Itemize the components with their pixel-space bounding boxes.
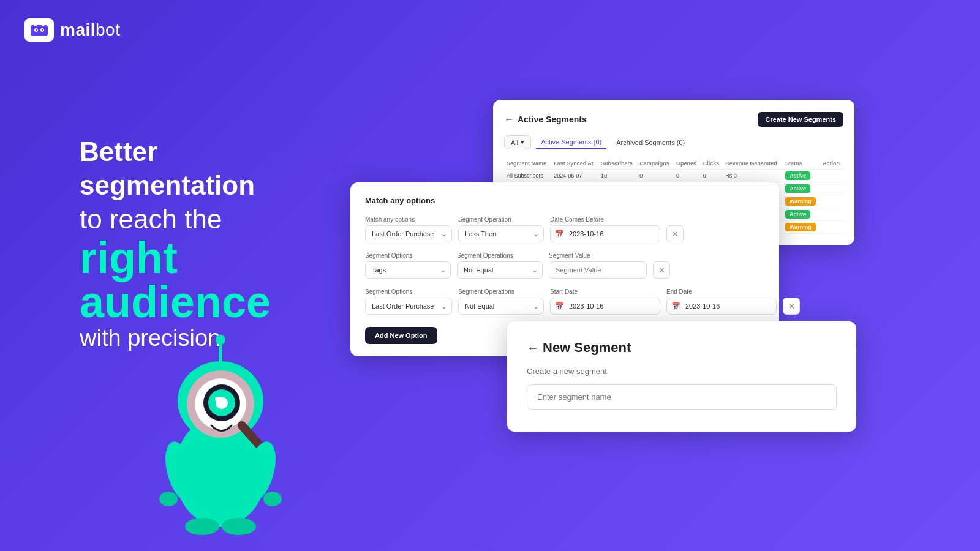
col-last-synced: Last Synced At bbox=[551, 158, 598, 170]
cell-synced: 2024-06-07 bbox=[551, 170, 598, 182]
back-arrow-icon[interactable]: ← bbox=[504, 114, 514, 125]
filter-row-1: Match any options Last Order Purchase Se… bbox=[365, 216, 764, 242]
status-badge: Warning bbox=[785, 223, 816, 231]
segments-tabs-row: All ▾ Active Segments (0) Archived Segme… bbox=[504, 135, 843, 149]
filter-group-seg-options-2: Segment Options Tags bbox=[365, 252, 451, 279]
cell-campaigns: 0 bbox=[637, 170, 674, 182]
date-before-input[interactable] bbox=[550, 225, 660, 242]
brand-name: mailbot bbox=[60, 20, 120, 40]
new-segment-panel: ← New Segment Create a new segment bbox=[507, 321, 856, 432]
filter-group-seg-operations-2: Segment Operations Not Equal bbox=[457, 252, 543, 279]
cell-subscribers: 10 bbox=[598, 170, 637, 182]
filter-group-seg-operation: Segment Operation Less Then bbox=[458, 216, 544, 242]
new-segment-header: ← New Segment bbox=[527, 340, 837, 356]
cell-action bbox=[820, 182, 843, 195]
cell-action bbox=[820, 221, 843, 234]
svg-point-18 bbox=[185, 518, 219, 535]
add-new-option-button[interactable]: Add New Option bbox=[365, 327, 437, 344]
label-start-date: Start Date bbox=[550, 288, 660, 295]
remove-row-3-button[interactable]: ✕ bbox=[783, 298, 800, 315]
cell-status: Warning bbox=[783, 221, 820, 234]
filter-group-seg-options-3: Segment Options Last Order Purchase bbox=[365, 288, 452, 315]
col-revenue: Revenue Generated bbox=[723, 158, 783, 170]
filter-group-end-date: End Date 📅 bbox=[666, 288, 777, 315]
select-wrap-seg-operations-2[interactable]: Not Equal bbox=[457, 261, 543, 279]
filter-group-match-options: Match any options Last Order Purchase bbox=[365, 216, 452, 242]
table-row: All Subscribers 2024-06-07 10 0 0 0 Rs 0… bbox=[504, 170, 843, 182]
filter-row-2: Segment Options Tags Segment Operations … bbox=[365, 252, 764, 279]
col-campaigns: Campaigns bbox=[637, 158, 674, 170]
select-seg-operations-3[interactable]: Not Equal bbox=[458, 298, 544, 315]
start-date-input[interactable] bbox=[550, 298, 660, 315]
cell-clicks: 0 bbox=[701, 170, 723, 182]
select-wrap-match-options[interactable]: Last Order Purchase bbox=[365, 225, 452, 242]
label-seg-operation: Segment Operation bbox=[458, 216, 544, 223]
filter-group-seg-operations-3: Segment Operations Not Equal bbox=[458, 288, 544, 315]
label-seg-operations-2: Segment Operations bbox=[457, 252, 543, 259]
create-new-segments-button[interactable]: Create New Segments bbox=[758, 112, 843, 127]
svg-point-21 bbox=[263, 492, 282, 506]
svg-point-4 bbox=[42, 29, 43, 31]
match-panel-title: Match any options bbox=[365, 196, 764, 205]
select-wrap-seg-operations-3[interactable]: Not Equal bbox=[458, 298, 544, 315]
col-clicks: Clicks bbox=[701, 158, 723, 170]
filter-group-seg-value: Segment Value bbox=[549, 252, 647, 279]
select-seg-operations-2[interactable]: Not Equal bbox=[457, 261, 543, 279]
status-badge: Warning bbox=[785, 197, 816, 206]
segments-header: ← Active Segments Create New Segments bbox=[504, 112, 843, 127]
remove-row-1-button[interactable]: ✕ bbox=[666, 225, 684, 242]
select-wrap-seg-options-3[interactable]: Last Order Purchase bbox=[365, 298, 452, 315]
filter-row-3: Segment Options Last Order Purchase Segm… bbox=[365, 288, 764, 315]
col-action: Action bbox=[820, 158, 843, 170]
col-opened: Opened bbox=[674, 158, 701, 170]
filter-group-start-date: Start Date 📅 bbox=[550, 288, 660, 315]
label-seg-options-2: Segment Options bbox=[365, 252, 451, 259]
date-before-input-wrap[interactable]: 📅 bbox=[550, 225, 660, 242]
select-seg-options-3[interactable]: Last Order Purchase bbox=[365, 298, 452, 315]
svg-point-15 bbox=[216, 335, 225, 345]
filter-group-date-before: Date Comes Before 📅 bbox=[550, 216, 660, 242]
seg-value-input[interactable] bbox=[549, 261, 647, 279]
back-arrow-new-segment[interactable]: ← bbox=[527, 341, 539, 355]
col-status: Status bbox=[783, 158, 820, 170]
tab-archived-segments[interactable]: Archived Segments (0) bbox=[611, 137, 690, 149]
svg-point-12 bbox=[215, 397, 220, 402]
select-match-options[interactable]: Last Order Purchase bbox=[365, 225, 452, 242]
label-end-date: End Date bbox=[666, 288, 777, 295]
new-segment-title: New Segment bbox=[543, 340, 631, 356]
logo-icon bbox=[24, 18, 54, 42]
segments-title-text: Active Segments bbox=[518, 114, 587, 124]
remove-row-2-button[interactable]: ✕ bbox=[653, 261, 670, 279]
select-seg-options-2[interactable]: Tags bbox=[365, 261, 451, 279]
filter-dropdown[interactable]: All ▾ bbox=[504, 135, 531, 149]
cell-revenue: Rs 0 bbox=[723, 170, 783, 182]
cell-name: All Subscribers bbox=[504, 170, 551, 182]
tab-active-segments[interactable]: Active Segments (0) bbox=[536, 136, 606, 149]
label-seg-operations-3: Segment Operations bbox=[458, 288, 544, 295]
end-date-input[interactable] bbox=[666, 298, 777, 315]
status-badge: Active bbox=[785, 171, 810, 180]
cell-action bbox=[820, 170, 843, 182]
logo: mailbot bbox=[24, 18, 120, 42]
label-seg-value: Segment Value bbox=[549, 252, 647, 259]
end-date-input-wrap[interactable]: 📅 bbox=[666, 298, 777, 315]
label-seg-options-3: Segment Options bbox=[365, 288, 452, 295]
select-seg-operation[interactable]: Less Then bbox=[458, 225, 544, 242]
status-badge: Active bbox=[785, 210, 810, 219]
svg-point-3 bbox=[36, 29, 37, 31]
svg-point-19 bbox=[222, 518, 256, 535]
svg-rect-0 bbox=[31, 25, 48, 36]
col-segment-name: Segment Name bbox=[504, 158, 551, 170]
cell-status: Active bbox=[783, 170, 820, 182]
segment-name-input[interactable] bbox=[527, 384, 837, 410]
select-wrap-seg-options-2[interactable]: Tags bbox=[365, 261, 451, 279]
cell-status: Warning bbox=[783, 195, 820, 208]
svg-point-20 bbox=[159, 492, 178, 506]
select-wrap-seg-operation[interactable]: Less Then bbox=[458, 225, 544, 242]
label-match-options: Match any options bbox=[365, 216, 452, 223]
cell-status: Active bbox=[783, 182, 820, 195]
start-date-input-wrap[interactable]: 📅 bbox=[550, 298, 660, 315]
status-badge: Active bbox=[785, 184, 810, 193]
cell-action bbox=[820, 208, 843, 221]
cell-opened: 0 bbox=[674, 170, 701, 182]
